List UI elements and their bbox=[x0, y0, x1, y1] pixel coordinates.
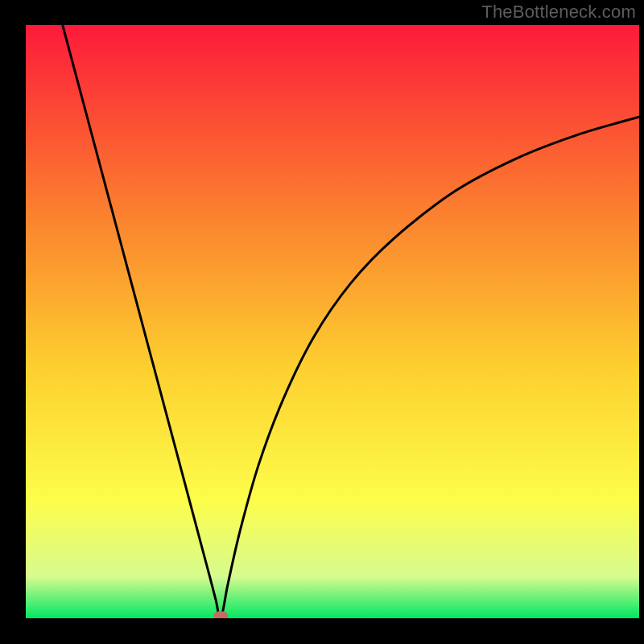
watermark-label: TheBottleneck.com bbox=[481, 2, 636, 23]
plot-background bbox=[26, 25, 639, 618]
bottleneck-chart bbox=[0, 0, 644, 644]
chart-frame: TheBottleneck.com bbox=[0, 0, 644, 644]
minimum-marker bbox=[213, 611, 228, 621]
